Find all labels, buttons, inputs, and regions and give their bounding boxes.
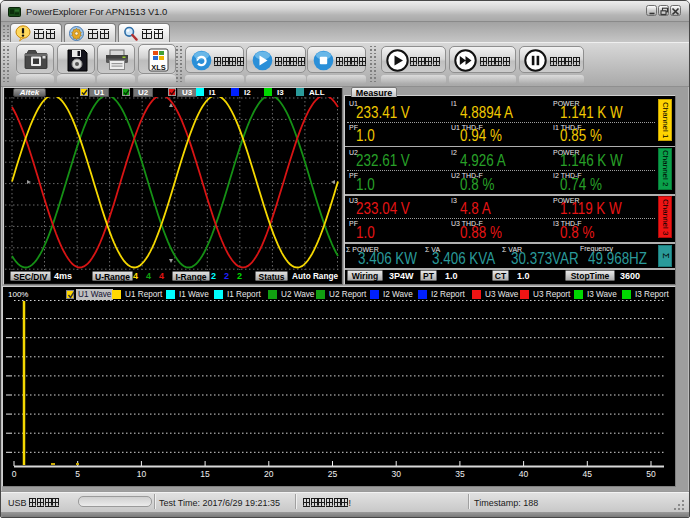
svg-text:0: 0 [12,469,17,479]
svg-text:50: 50 [646,469,656,479]
svg-text:40: 40 [519,469,529,479]
svg-text:20: 20 [264,469,274,479]
svg-text:5: 5 [75,469,80,479]
svg-text:10: 10 [137,469,147,479]
svg-text:15: 15 [200,469,210,479]
svg-text:35: 35 [455,469,465,479]
svg-text:45: 45 [583,469,593,479]
svg-text:30: 30 [391,469,401,479]
svg-text:25: 25 [328,469,338,479]
svg-text:XLS: XLS [151,63,166,72]
